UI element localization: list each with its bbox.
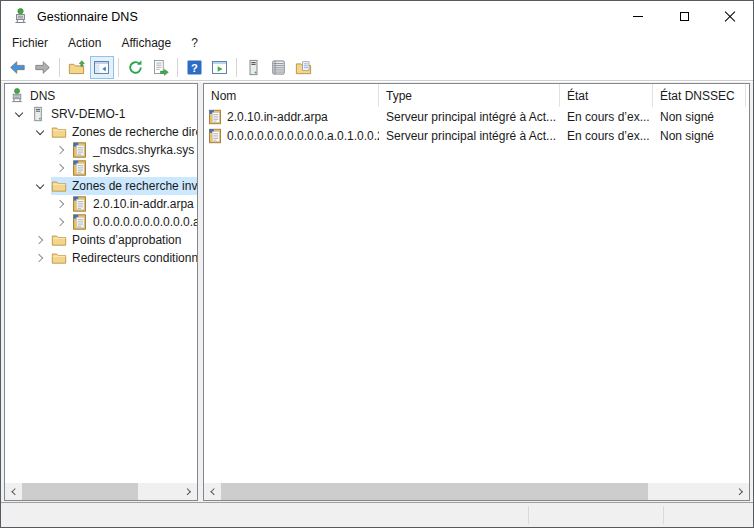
toolbar-separator — [236, 58, 237, 77]
console-tree-button[interactable] — [90, 56, 114, 79]
tree-item[interactable]: Points d’approbation — [5, 231, 197, 249]
tree-horizontal-scrollbar[interactable] — [5, 483, 197, 500]
cell-text: 0.0.0.0.0.0.0.0.0.0.a.0.1.0.0.2.i... — [227, 129, 379, 143]
list-horizontal-scrollbar[interactable] — [204, 483, 749, 500]
tree-scroll-track[interactable] — [22, 483, 180, 500]
cell-etat: En cours d’ex... — [560, 129, 653, 143]
chevron-glyph — [56, 200, 65, 209]
tree-item[interactable]: DNS — [5, 87, 197, 105]
list-scrollbar-thumb[interactable] — [221, 483, 648, 500]
chevron-glyph — [56, 146, 65, 155]
menu-item-[interactable]: ? — [181, 33, 208, 53]
tree-item-label: Zones de recherche direc — [72, 125, 197, 139]
help-button[interactable]: ? — [183, 56, 207, 79]
scroll-left-icon — [210, 488, 218, 496]
column-header-tatdnssec[interactable]: État DNSSEC — [653, 84, 746, 107]
toolbar-separator — [177, 58, 178, 77]
menu-item-affichage[interactable]: Affichage — [111, 33, 181, 53]
chevron-right-icon[interactable] — [30, 255, 51, 261]
folder-icon — [51, 124, 67, 140]
list-scroll-left-button[interactable] — [204, 483, 221, 500]
menu-item-action[interactable]: Action — [58, 33, 111, 53]
folder-up-button[interactable] — [65, 56, 89, 79]
cell-nom: 0.0.0.0.0.0.0.0.0.0.a.0.1.0.0.2.i... — [204, 128, 379, 144]
close-button[interactable] — [707, 1, 753, 32]
server-tower-button[interactable] — [242, 56, 266, 79]
window-title: Gestionnaire DNS — [37, 10, 138, 24]
chevron-right-icon[interactable] — [51, 165, 72, 171]
list-scroll-right-button[interactable] — [732, 483, 749, 500]
tree-item[interactable]: Zones de recherche inver — [5, 177, 197, 195]
tree-item[interactable]: 2.0.10.in-addr.arpa — [5, 195, 197, 213]
records-button[interactable] — [267, 56, 291, 79]
tree-item[interactable]: Zones de recherche direc — [5, 123, 197, 141]
chevron-glyph — [56, 164, 65, 173]
chevron-down-icon[interactable] — [30, 130, 51, 134]
window-play-button[interactable] — [208, 56, 232, 79]
tree-item-label: Zones de recherche inver — [72, 179, 197, 193]
refresh-icon — [127, 59, 144, 76]
tree-scroll-left-button[interactable] — [5, 483, 22, 500]
column-header-type[interactable]: Type — [379, 84, 560, 107]
tree-item-label: 0.0.0.0.0.0.0.0.0.0.a.0.1 — [93, 215, 197, 229]
maximize-icon — [680, 12, 689, 21]
column-header-nom[interactable]: Nom — [204, 84, 379, 107]
main-area: DNSSRV-DEMO-1Zones de recherche direc_ms… — [1, 82, 753, 502]
tree-item[interactable]: 0.0.0.0.0.0.0.0.0.0.a.0.1 — [5, 213, 197, 231]
server-icon — [30, 106, 46, 122]
table-row[interactable]: 0.0.0.0.0.0.0.0.0.0.a.0.1.0.0.2.i...Serv… — [204, 126, 749, 145]
tree-item-label: _msdcs.shyrka.sys — [93, 143, 197, 157]
export-list-icon — [152, 59, 169, 76]
folder-page-button[interactable] — [292, 56, 316, 79]
cell-text: Serveur principal intégré à Act... — [386, 110, 556, 124]
chevron-right-icon[interactable] — [51, 147, 72, 153]
chevron-down-icon[interactable] — [9, 112, 30, 116]
zone-icon — [72, 214, 88, 230]
status-bar-divider — [663, 506, 664, 524]
folder-page-icon — [295, 59, 312, 76]
chevron-right-icon[interactable] — [30, 237, 51, 243]
tree-item[interactable]: _msdcs.shyrka.sys — [5, 141, 197, 159]
chevron-down-icon[interactable] — [30, 184, 51, 188]
tree-item[interactable]: Redirecteurs conditionne — [5, 249, 197, 267]
tree-item-content: shyrka.sys — [72, 159, 197, 177]
cell-etat-dnssec: Non signé — [653, 110, 746, 124]
toolbar: ? — [1, 54, 753, 81]
refresh-button[interactable] — [124, 56, 148, 79]
minimize-button[interactable] — [615, 1, 661, 32]
chevron-right-icon[interactable] — [51, 219, 72, 225]
console-tree: DNSSRV-DEMO-1Zones de recherche direc_ms… — [5, 85, 197, 482]
scroll-right-icon — [736, 488, 744, 496]
toolbar-separator — [118, 58, 119, 77]
chevron-glyph — [56, 218, 65, 227]
zone-icon — [72, 196, 88, 212]
forward-button[interactable] — [31, 56, 55, 79]
back-button[interactable] — [6, 56, 30, 79]
tree-scrollbar-thumb[interactable] — [22, 483, 138, 500]
scroll-right-icon — [184, 488, 192, 496]
tree-item-content: Redirecteurs conditionne — [51, 249, 197, 267]
tree-item-content: _msdcs.shyrka.sys — [72, 141, 197, 159]
tree-item[interactable]: SRV-DEMO-1 — [5, 105, 197, 123]
folder-icon — [51, 178, 67, 194]
zone-icon — [208, 109, 223, 125]
tree-item-label: 2.0.10.in-addr.arpa — [93, 197, 197, 211]
tree-scroll-right-button[interactable] — [180, 483, 197, 500]
export-list-button[interactable] — [149, 56, 173, 79]
list-rows: 2.0.10.in-addr.arpaServeur principal int… — [204, 107, 749, 145]
chevron-right-icon[interactable] — [51, 201, 72, 207]
chevron-glyph — [35, 254, 44, 263]
cell-nom: 2.0.10.in-addr.arpa — [204, 109, 379, 125]
maximize-button[interactable] — [661, 1, 707, 32]
tree-item-content: DNS — [9, 87, 197, 105]
back-icon — [9, 59, 26, 76]
list-scroll-track[interactable] — [221, 483, 732, 500]
tree-selection-highlight: Zones de recherche inver — [51, 177, 197, 195]
zone-icon — [72, 142, 88, 158]
console-tree-icon — [93, 59, 110, 76]
column-header-tat[interactable]: État — [560, 84, 653, 107]
tree-item[interactable]: shyrka.sys — [5, 159, 197, 177]
table-row[interactable]: 2.0.10.in-addr.arpaServeur principal int… — [204, 107, 749, 126]
menu-item-fichier[interactable]: Fichier — [2, 33, 58, 53]
cell-type: Serveur principal intégré à Act... — [379, 129, 560, 143]
